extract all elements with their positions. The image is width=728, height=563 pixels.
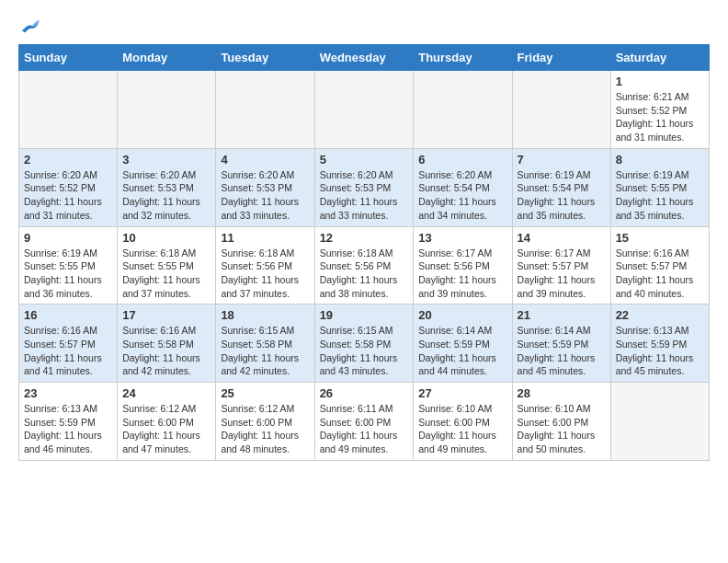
calendar-day-cell: 26Sunrise: 6:11 AM Sunset: 6:00 PM Dayli… (314, 383, 414, 461)
day-number: 13 (418, 231, 506, 245)
calendar-day-cell: 7Sunrise: 6:19 AM Sunset: 5:54 PM Daylig… (512, 148, 610, 226)
day-number: 3 (122, 153, 210, 167)
calendar-day-header: Wednesday (314, 45, 414, 71)
calendar-day-cell: 4Sunrise: 6:20 AM Sunset: 5:53 PM Daylig… (216, 148, 314, 226)
day-info-text: Sunrise: 6:20 AM Sunset: 5:52 PM Dayligh… (24, 168, 112, 223)
calendar-day-cell: 21Sunrise: 6:14 AM Sunset: 5:59 PM Dayli… (512, 304, 610, 383)
day-info-text: Sunrise: 6:16 AM Sunset: 5:57 PM Dayligh… (616, 247, 704, 301)
day-info-text: Sunrise: 6:12 AM Sunset: 6:00 PM Dayligh… (221, 402, 309, 456)
calendar-day-cell (414, 71, 512, 149)
day-number: 11 (221, 231, 309, 245)
day-number: 1 (616, 75, 704, 88)
calendar-day-cell (216, 71, 314, 149)
calendar-day-cell: 10Sunrise: 6:18 AM Sunset: 5:55 PM Dayli… (118, 226, 216, 304)
calendar-day-cell: 25Sunrise: 6:12 AM Sunset: 6:00 PM Dayli… (216, 383, 314, 461)
calendar-day-cell (610, 383, 709, 461)
day-number: 9 (24, 231, 112, 245)
calendar-day-header: Friday (512, 45, 610, 71)
day-number: 25 (221, 386, 309, 400)
day-number: 19 (320, 308, 409, 322)
calendar-day-cell: 24Sunrise: 6:12 AM Sunset: 6:00 PM Dayli… (118, 383, 216, 461)
calendar-week-row: 23Sunrise: 6:13 AM Sunset: 5:59 PM Dayli… (19, 383, 710, 461)
logo (18, 18, 40, 35)
day-info-text: Sunrise: 6:17 AM Sunset: 5:57 PM Dayligh… (518, 247, 606, 301)
day-number: 21 (518, 308, 606, 322)
day-number: 14 (518, 231, 606, 245)
day-number: 4 (221, 153, 309, 167)
day-info-text: Sunrise: 6:21 AM Sunset: 5:52 PM Dayligh… (616, 90, 704, 144)
calendar-day-header: Thursday (414, 45, 512, 71)
calendar-table: SundayMondayTuesdayWednesdayThursdayFrid… (18, 44, 710, 461)
day-number: 26 (320, 386, 409, 400)
day-info-text: Sunrise: 6:17 AM Sunset: 5:56 PM Dayligh… (418, 247, 506, 301)
calendar-day-cell: 5Sunrise: 6:20 AM Sunset: 5:53 PM Daylig… (314, 148, 414, 226)
day-info-text: Sunrise: 6:16 AM Sunset: 5:58 PM Dayligh… (122, 324, 210, 378)
calendar-day-cell: 12Sunrise: 6:18 AM Sunset: 5:56 PM Dayli… (314, 226, 414, 304)
calendar-week-row: 9Sunrise: 6:19 AM Sunset: 5:55 PM Daylig… (19, 226, 710, 304)
calendar-day-cell: 8Sunrise: 6:19 AM Sunset: 5:55 PM Daylig… (610, 148, 709, 226)
day-info-text: Sunrise: 6:19 AM Sunset: 5:55 PM Dayligh… (616, 168, 704, 223)
day-info-text: Sunrise: 6:20 AM Sunset: 5:53 PM Dayligh… (221, 168, 309, 223)
day-number: 24 (122, 386, 210, 400)
calendar-day-header: Tuesday (216, 45, 314, 71)
day-info-text: Sunrise: 6:18 AM Sunset: 5:55 PM Dayligh… (122, 247, 210, 301)
calendar-day-header: Sunday (19, 45, 118, 71)
day-number: 22 (616, 308, 704, 322)
calendar-day-header: Monday (118, 45, 216, 71)
calendar-week-row: 1Sunrise: 6:21 AM Sunset: 5:52 PM Daylig… (19, 71, 710, 149)
day-number: 17 (122, 308, 210, 322)
day-info-text: Sunrise: 6:20 AM Sunset: 5:53 PM Dayligh… (320, 168, 409, 223)
calendar-day-cell: 2Sunrise: 6:20 AM Sunset: 5:52 PM Daylig… (19, 148, 118, 226)
day-info-text: Sunrise: 6:18 AM Sunset: 5:56 PM Dayligh… (320, 247, 409, 301)
calendar-day-cell (19, 71, 118, 149)
calendar-day-cell (118, 71, 216, 149)
day-info-text: Sunrise: 6:20 AM Sunset: 5:54 PM Dayligh… (418, 168, 506, 223)
day-info-text: Sunrise: 6:13 AM Sunset: 5:59 PM Dayligh… (616, 324, 704, 378)
day-info-text: Sunrise: 6:12 AM Sunset: 6:00 PM Dayligh… (122, 402, 210, 456)
day-number: 20 (418, 308, 506, 322)
day-info-text: Sunrise: 6:20 AM Sunset: 5:53 PM Dayligh… (122, 168, 210, 223)
calendar-day-cell: 11Sunrise: 6:18 AM Sunset: 5:56 PM Dayli… (216, 226, 314, 304)
calendar-day-cell: 9Sunrise: 6:19 AM Sunset: 5:55 PM Daylig… (19, 226, 118, 304)
day-info-text: Sunrise: 6:15 AM Sunset: 5:58 PM Dayligh… (221, 324, 309, 378)
calendar-day-cell: 3Sunrise: 6:20 AM Sunset: 5:53 PM Daylig… (118, 148, 216, 226)
day-number: 28 (518, 386, 606, 400)
calendar-day-cell: 28Sunrise: 6:10 AM Sunset: 6:00 PM Dayli… (512, 383, 610, 461)
page-header (18, 18, 710, 35)
day-number: 23 (24, 386, 112, 400)
calendar-day-cell: 20Sunrise: 6:14 AM Sunset: 5:59 PM Dayli… (414, 304, 512, 383)
day-number: 7 (518, 153, 606, 167)
day-info-text: Sunrise: 6:10 AM Sunset: 6:00 PM Dayligh… (418, 402, 506, 456)
calendar-day-cell: 17Sunrise: 6:16 AM Sunset: 5:58 PM Dayli… (118, 304, 216, 383)
calendar-day-cell: 23Sunrise: 6:13 AM Sunset: 5:59 PM Dayli… (19, 383, 118, 461)
calendar-day-cell: 22Sunrise: 6:13 AM Sunset: 5:59 PM Dayli… (610, 304, 709, 383)
day-info-text: Sunrise: 6:11 AM Sunset: 6:00 PM Dayligh… (320, 402, 409, 456)
day-info-text: Sunrise: 6:16 AM Sunset: 5:57 PM Dayligh… (24, 324, 112, 378)
day-info-text: Sunrise: 6:14 AM Sunset: 5:59 PM Dayligh… (518, 324, 606, 378)
calendar-week-row: 2Sunrise: 6:20 AM Sunset: 5:52 PM Daylig… (19, 148, 710, 226)
logo-bird-icon (20, 18, 40, 35)
day-info-text: Sunrise: 6:14 AM Sunset: 5:59 PM Dayligh… (418, 324, 506, 378)
calendar-day-cell: 1Sunrise: 6:21 AM Sunset: 5:52 PM Daylig… (610, 71, 709, 149)
calendar-day-cell: 19Sunrise: 6:15 AM Sunset: 5:58 PM Dayli… (314, 304, 414, 383)
day-info-text: Sunrise: 6:18 AM Sunset: 5:56 PM Dayligh… (221, 247, 309, 301)
day-number: 27 (418, 386, 506, 400)
calendar-day-header: Saturday (610, 45, 709, 71)
day-number: 8 (616, 153, 704, 167)
day-info-text: Sunrise: 6:13 AM Sunset: 5:59 PM Dayligh… (24, 402, 112, 456)
calendar-day-cell: 14Sunrise: 6:17 AM Sunset: 5:57 PM Dayli… (512, 226, 610, 304)
calendar-day-cell: 15Sunrise: 6:16 AM Sunset: 5:57 PM Dayli… (610, 226, 709, 304)
day-number: 18 (221, 308, 309, 322)
calendar-header-row: SundayMondayTuesdayWednesdayThursdayFrid… (19, 45, 710, 71)
calendar-day-cell: 18Sunrise: 6:15 AM Sunset: 5:58 PM Dayli… (216, 304, 314, 383)
calendar-day-cell: 16Sunrise: 6:16 AM Sunset: 5:57 PM Dayli… (19, 304, 118, 383)
day-number: 2 (24, 153, 112, 167)
day-number: 10 (122, 231, 210, 245)
day-number: 15 (616, 231, 704, 245)
day-info-text: Sunrise: 6:15 AM Sunset: 5:58 PM Dayligh… (320, 324, 409, 378)
calendar-day-cell (512, 71, 610, 149)
calendar-day-cell: 6Sunrise: 6:20 AM Sunset: 5:54 PM Daylig… (414, 148, 512, 226)
day-info-text: Sunrise: 6:19 AM Sunset: 5:54 PM Dayligh… (518, 168, 606, 223)
calendar-day-cell: 27Sunrise: 6:10 AM Sunset: 6:00 PM Dayli… (414, 383, 512, 461)
day-info-text: Sunrise: 6:19 AM Sunset: 5:55 PM Dayligh… (24, 247, 112, 301)
